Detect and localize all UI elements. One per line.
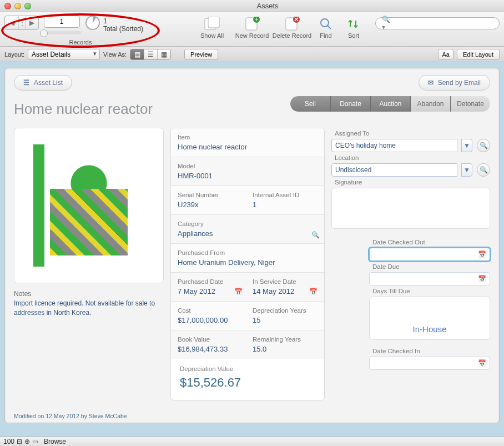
book-value: $16,984,473.33 [178,345,243,353]
view-form-button[interactable]: ▤ [130,49,144,59]
assigned-dropdown-icon[interactable]: ▼ [461,139,472,152]
location-label: Location [335,154,490,161]
tab-abandon[interactable]: Abandon [410,96,450,112]
find-button[interactable]: Find [312,16,340,39]
list-icon: ☰ [23,79,29,87]
calendar-icon[interactable]: 📅 [309,288,317,295]
prev-record-button[interactable]: ◀ [5,16,18,29]
record-number-input[interactable] [44,16,80,28]
calendar-icon[interactable]: 📅 [478,250,486,258]
calendar-icon[interactable]: 📅 [234,288,243,295]
next-record-button[interactable]: ▶ [25,16,38,29]
tab-auction[interactable]: Auction [370,96,410,112]
checkedin-field[interactable]: 📅 [369,357,490,370]
notes-label: Notes [14,290,164,298]
new-record-icon: + [244,16,260,32]
signature-label: Signature [335,179,490,186]
reactor-diagram-icon [33,144,144,267]
checkedout-field[interactable]: 📅 [369,248,490,261]
close-window-button[interactable] [4,3,11,9]
sort-button[interactable]: Sort [340,16,367,39]
calendar-icon[interactable]: 📅 [478,359,486,367]
cost-value[interactable]: $17,000,000.00 [178,316,243,324]
view-list-button[interactable]: ☰ [144,49,157,59]
purchasedate-value[interactable]: 7 May 2012 [178,287,243,295]
location-search-button[interactable]: 🔍 [477,163,490,177]
purchasedfrom-label: Purchased From [178,249,317,256]
internalid-value[interactable]: 1 [253,201,317,209]
sort-icon [347,16,360,32]
asset-image[interactable] [14,128,164,283]
depval-value: $15,526.67 [180,375,315,390]
remyears-value: 15.0 [253,345,317,353]
inhouse-label: In-House [413,324,447,334]
assigned-label: Assigned To [335,130,490,137]
record-slider[interactable] [42,31,81,34]
zoom-out-button[interactable]: ⊟ [17,438,22,445]
edit-layout-button[interactable]: Edit Layout [457,49,500,60]
zoom-window-button[interactable] [24,3,31,9]
internalid-label: Internal Asset ID [253,192,317,198]
mode-label[interactable]: Browse [44,438,66,445]
window-title: Assets [31,2,504,10]
item-value[interactable]: Home nuclear reactor [178,143,317,151]
preview-button[interactable]: Preview [184,49,218,60]
aa-button[interactable]: Aa [438,49,453,60]
delete-record-button[interactable]: ✕ Delete Record [272,16,312,39]
layout-label: Layout: [4,51,24,58]
inservice-label: In Service Date [253,278,317,285]
depyears-value[interactable]: 15 [253,316,317,324]
daystilldue-box: In-House [369,297,490,340]
cost-label: Cost [178,307,243,314]
daystill-label: Days Till Due [372,288,490,294]
mail-icon: ✉ [428,79,434,87]
new-record-button[interactable]: + New Record [232,16,272,39]
viewas-label: View As: [103,51,127,58]
model-value[interactable]: HMR-0001 [178,172,317,180]
view-table-button[interactable]: ▦ [157,49,170,59]
asset-name: Home nuclear reactor [14,101,153,118]
assigned-search-button[interactable]: 🔍 [477,139,490,152]
due-label: Date Due [372,263,490,270]
zoom-menu-button[interactable]: ▭ [32,438,38,445]
book-label: Book Value [178,336,243,343]
category-value[interactable]: Appliances [178,229,317,238]
show-all-icon [204,16,220,32]
show-all-button[interactable]: Show All [192,16,232,39]
purchasedate-label: Purchased Date [178,278,243,285]
assigned-select[interactable]: CEO's holiday home [331,139,457,152]
category-search-icon[interactable]: 🔍 [311,231,320,239]
notes-value[interactable]: Import licence required. Not available f… [14,299,164,318]
depyears-label: Depreciation Years [253,307,317,314]
location-dropdown-icon[interactable]: ▼ [461,163,472,177]
category-label: Category [178,221,317,227]
location-select[interactable]: Undisclosed [331,163,457,177]
calendar-icon[interactable]: 📅 [478,275,486,283]
serial-value[interactable]: U239x [178,201,243,209]
search-input[interactable] [375,17,500,29]
minimize-window-button[interactable] [14,3,21,9]
records-label: Records [61,39,100,46]
svg-text:✕: ✕ [294,17,299,23]
send-by-email-button[interactable]: ✉ Send by Email [419,75,490,91]
inservice-value[interactable]: 14 May 2012 [253,287,317,295]
layout-select[interactable]: Asset Details [28,49,100,60]
purchasedfrom-value[interactable]: Home Uranium Delivery, Niger [178,258,317,267]
model-label: Model [178,163,317,169]
signature-field[interactable] [331,188,490,229]
checkedin-label: Date Checked In [372,348,490,354]
asset-list-button[interactable]: ☰ Asset List [14,75,72,91]
tab-detonate[interactable]: Detonate [450,96,490,112]
depval-label: Depreciation Value [180,365,315,372]
delete-record-icon: ✕ [284,16,300,32]
zoom-value[interactable]: 100 [3,438,14,445]
due-field[interactable]: 📅 [369,272,490,285]
tab-sell[interactable]: Sell [290,96,330,112]
remyears-label: Remaining Years [253,336,317,343]
tab-donate[interactable]: Donate [330,96,370,112]
svg-line-9 [327,26,331,29]
record-pie-icon[interactable] [85,16,100,30]
svg-rect-1 [208,17,219,28]
total-status: Total (Sorted) [103,25,143,33]
zoom-in-button[interactable]: ⊕ [24,438,30,445]
